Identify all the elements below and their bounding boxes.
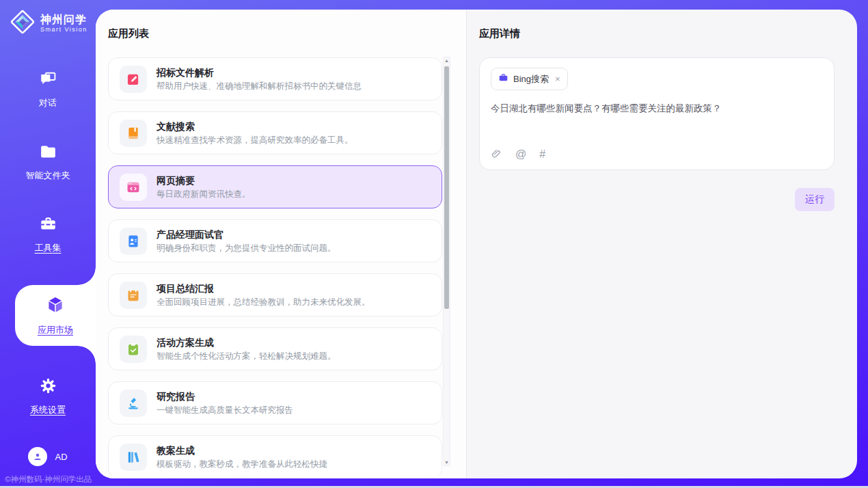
scroll-down-icon[interactable] <box>444 460 450 465</box>
sidebar-item-folder[interactable]: 智能文件夹 <box>0 140 96 184</box>
content-card: 应用列表 招标文件解析 帮助用户快速、准确地理解和解析招标书中的关键信息 <box>96 10 857 478</box>
app-list-title: 应用列表 <box>108 27 466 40</box>
app-card[interactable]: 招标文件解析 帮助用户快速、准确地理解和解析招标书中的关键信息 <box>108 57 442 100</box>
app-list-panel: 应用列表 招标文件解析 帮助用户快速、准确地理解和解析招标书中的关键信息 <box>96 10 467 478</box>
gear-icon <box>39 377 57 398</box>
sidebar-item-chat[interactable]: 对话 <box>0 68 96 111</box>
sidebar-item-label: 系统设置 <box>30 404 66 416</box>
chip-close-icon[interactable]: × <box>555 76 560 83</box>
person-icon <box>32 451 43 462</box>
app-card-title: 网页摘要 <box>157 176 251 186</box>
user-name: AD <box>55 452 67 462</box>
sidebar-item-label: 应用市场 <box>38 324 73 336</box>
app-card-title: 活动方案生成 <box>157 338 336 348</box>
app-card-desc: 帮助用户快速、准确地理解和解析招标书中的关键信息 <box>157 81 362 91</box>
app-card[interactable]: 产品经理面试官 明确身份和职责，为您提供专业性的面试问题。 <box>108 219 442 262</box>
sidebar-item-gear[interactable]: 系统设置 <box>0 375 96 418</box>
book-icon <box>120 120 147 147</box>
tool-chip[interactable]: Bing搜索 × <box>491 68 568 90</box>
cube-icon <box>45 295 66 318</box>
app-card-desc: 模板驱动，教案秒成，教学准备从此轻松快捷 <box>157 459 327 469</box>
logo: 神州问学 Smart Vision <box>0 0 96 38</box>
app-card[interactable]: 教案生成 模板驱动，教案秒成，教学准备从此轻松快捷 <box>108 435 442 476</box>
scroll-up-icon[interactable] <box>444 58 450 63</box>
app-card-desc: 全面回顾项目进展，总结经验教训，助力未来优化发展。 <box>157 297 370 307</box>
sidebar-item-label: 工具集 <box>35 242 62 254</box>
chat-icon <box>39 70 57 91</box>
app-card-title: 文献搜索 <box>157 122 353 132</box>
app-detail-title: 应用详情 <box>479 27 857 40</box>
app-card-desc: 一键智能生成高质量长文本研究报告 <box>157 405 293 415</box>
run-row: 运行 <box>479 188 835 211</box>
app-card-title: 教案生成 <box>157 446 327 456</box>
app-card[interactable]: 网页摘要 每日政府新闻资讯快查。 <box>108 165 442 208</box>
user-row[interactable]: AD <box>0 447 96 466</box>
app-card-title: 招标文件解析 <box>157 68 362 78</box>
sidebar-item-label: 智能文件夹 <box>26 170 70 182</box>
doc-edit-icon <box>120 66 147 93</box>
sidebar-item-cube[interactable]: 应用市场 <box>15 285 96 346</box>
app-card[interactable]: 研究报告 一键智能生成高质量长文本研究报告 <box>108 381 442 424</box>
app-card-desc: 智能生成个性化活动方案，轻松解决规划难题。 <box>157 351 336 361</box>
app-card-title: 产品经理面试官 <box>157 230 336 240</box>
sidebar-item-label: 对话 <box>39 97 57 109</box>
briefcase-icon <box>498 72 508 85</box>
folder-icon <box>39 142 57 163</box>
sidebar: 神州问学 Smart Vision 对话 智能文件夹 工具集 <box>0 0 96 488</box>
books-icon <box>120 444 147 471</box>
app-card-title: 研究报告 <box>157 392 293 402</box>
app-card-title: 项目总结汇报 <box>157 284 370 294</box>
scrollbar-thumb[interactable] <box>444 66 449 309</box>
app-window: 神州问学 Smart Vision 对话 智能文件夹 工具集 <box>0 0 868 488</box>
hash-icon[interactable]: # <box>539 149 545 160</box>
app-card-list: 招标文件解析 帮助用户快速、准确地理解和解析招标书中的关键信息 文献搜索 快速精… <box>108 57 442 476</box>
microscope-icon <box>120 390 147 417</box>
query-text[interactable]: 今日湖北有哪些新闻要点？有哪些需要关注的最新政策？ <box>491 103 823 148</box>
paperclip-icon[interactable] <box>491 148 502 160</box>
avatar[interactable] <box>28 447 47 466</box>
sidebar-item-toolbox[interactable]: 工具集 <box>0 213 96 256</box>
run-button[interactable]: 运行 <box>795 188 835 211</box>
composer-card: Bing搜索 × 今日湖北有哪些新闻要点？有哪些需要关注的最新政策？ @ # <box>479 57 835 170</box>
resume-icon <box>120 228 147 255</box>
logo-title: 神州问学 <box>40 14 87 26</box>
copyright: ©神州数码·神州问学出品 <box>5 474 92 485</box>
notepad-icon <box>120 282 147 309</box>
app-detail-panel: 应用详情 Bing搜索 × 今日湖北有哪些新闻要点？有哪些需要关注的最新政策？ <box>467 10 857 478</box>
toolbox-icon <box>39 215 57 236</box>
app-card-desc: 快速精准查找学术资源，提高研究效率的必备工具。 <box>157 135 353 145</box>
app-card[interactable]: 活动方案生成 智能生成个性化活动方案，轻松解决规划难题。 <box>108 327 442 370</box>
logo-subtitle: Smart Vision <box>40 26 87 33</box>
sidebar-nav: 对话 智能文件夹 工具集 应用市场 <box>0 68 96 418</box>
app-card-desc: 每日政府新闻资讯快查。 <box>157 189 251 199</box>
browser-code-icon <box>120 174 147 201</box>
logo-diamond-icon <box>10 9 36 38</box>
clipboard-check-icon <box>120 336 147 363</box>
composer-toolbar: @ # <box>491 148 823 160</box>
scrollbar[interactable] <box>443 57 450 466</box>
tool-chip-label: Bing搜索 <box>513 73 549 85</box>
app-card-desc: 明确身份和职责，为您提供专业性的面试问题。 <box>157 243 336 253</box>
app-card[interactable]: 项目总结汇报 全面回顾项目进展，总结经验教训，助力未来优化发展。 <box>108 273 442 316</box>
app-card[interactable]: 文献搜索 快速精准查找学术资源，提高研究效率的必备工具。 <box>108 111 442 154</box>
at-icon[interactable]: @ <box>515 149 526 160</box>
